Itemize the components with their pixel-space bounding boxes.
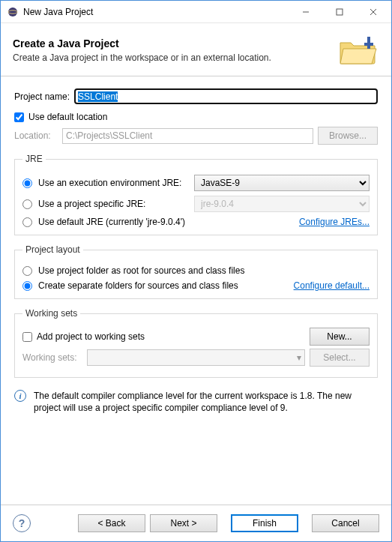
wizard-body: Project name: Use default location Locat… — [1, 76, 391, 505]
browse-button: Browse... — [318, 127, 378, 145]
jre-specific-label[interactable]: Use a project specific JRE: — [38, 199, 188, 209]
new-working-set-button[interactable]: New... — [310, 328, 370, 346]
jre-default-radio[interactable] — [22, 217, 32, 227]
project-name-input[interactable] — [74, 88, 378, 104]
next-button[interactable]: Next > — [150, 514, 217, 532]
wizard-footer: ? < Back Next > Finish Cancel — [1, 505, 391, 541]
jre-env-label[interactable]: Use an execution environment JRE: — [38, 178, 188, 188]
titlebar: New Java Project — [1, 1, 391, 23]
layout-root-radio[interactable] — [22, 266, 32, 276]
layout-separate-radio[interactable] — [22, 281, 32, 291]
wizard-header: Create a Java Project Create a Java proj… — [1, 23, 391, 76]
jre-specific-radio[interactable] — [22, 199, 32, 209]
project-name-label: Project name: — [14, 91, 70, 102]
layout-separate-label[interactable]: Create separate folders for sources and … — [38, 280, 238, 291]
add-working-sets-label[interactable]: Add project to working sets — [37, 331, 305, 342]
working-sets-combo: ▾ — [87, 349, 305, 366]
page-description: Create a Java project in the workspace o… — [13, 52, 337, 63]
svg-point-0 — [8, 7, 17, 16]
eclipse-icon — [7, 6, 19, 18]
configure-default-link[interactable]: Configure default... — [294, 280, 370, 291]
configure-jres-link[interactable]: Configure JREs... — [299, 217, 370, 227]
jre-legend: JRE — [22, 154, 46, 164]
jre-group: JRE Use an execution environment JRE: Ja… — [14, 154, 378, 235]
layout-group: Project layout Use project folder as roo… — [14, 244, 378, 299]
location-input — [62, 128, 313, 144]
chevron-down-icon: ▾ — [297, 352, 301, 363]
info-text: The default compiler compliance level fo… — [34, 390, 378, 414]
maximize-button[interactable] — [322, 1, 356, 22]
use-default-location-checkbox[interactable] — [14, 112, 24, 122]
layout-root-label[interactable]: Use project folder as root for sources a… — [38, 265, 244, 276]
cancel-button[interactable]: Cancel — [312, 514, 379, 532]
jre-env-radio[interactable] — [22, 178, 32, 188]
svg-rect-7 — [364, 43, 373, 46]
close-button[interactable] — [356, 1, 390, 22]
help-icon[interactable]: ? — [13, 514, 31, 532]
add-working-sets-checkbox[interactable] — [22, 332, 32, 342]
use-default-location-label[interactable]: Use default location — [28, 112, 107, 122]
minimize-button[interactable] — [289, 1, 322, 22]
working-sets-legend: Working sets — [22, 308, 80, 319]
select-working-set-button: Select... — [310, 349, 370, 367]
jre-default-label[interactable]: Use default JRE (currently 'jre-9.0.4') — [38, 217, 185, 227]
layout-legend: Project layout — [22, 244, 83, 255]
window-title: New Java Project — [23, 7, 289, 17]
location-label: Location: — [14, 130, 58, 141]
svg-rect-3 — [337, 9, 343, 15]
back-button[interactable]: < Back — [78, 514, 145, 532]
info-message: i The default compiler compliance level … — [14, 390, 378, 414]
working-sets-group: Working sets Add project to working sets… — [14, 308, 378, 378]
info-icon: i — [14, 390, 26, 402]
finish-button[interactable]: Finish — [231, 514, 298, 532]
working-sets-label: Working sets: — [22, 352, 82, 363]
jre-specific-select: jre-9.0.4 — [194, 196, 370, 212]
folder-icon — [337, 32, 379, 68]
jre-env-select[interactable]: JavaSE-9 — [194, 175, 370, 191]
page-title: Create a Java Project — [13, 37, 337, 49]
